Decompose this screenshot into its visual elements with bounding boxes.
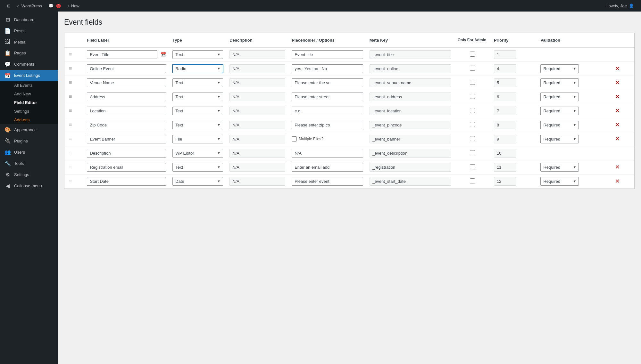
- sidebar-item-pages[interactable]: 📋 Pages: [0, 47, 58, 59]
- delete-row-button[interactable]: ✕: [613, 107, 622, 114]
- priority-input[interactable]: [494, 163, 516, 172]
- adminbar-site-name[interactable]: ⌂ WordPress: [14, 0, 45, 12]
- field-label-input[interactable]: [87, 177, 166, 186]
- type-select[interactable]: TextRadioCheckboxSelectFileWP EditorDate…: [172, 50, 223, 59]
- adminbar-new[interactable]: + New: [64, 0, 82, 12]
- priority-input[interactable]: [494, 121, 516, 129]
- adminbar-user[interactable]: Howdy, Joe 👤: [602, 0, 637, 12]
- admin-only-checkbox[interactable]: [470, 164, 475, 169]
- description-input[interactable]: [229, 163, 285, 172]
- field-label-input[interactable]: [87, 93, 166, 101]
- priority-input[interactable]: [494, 149, 516, 158]
- description-input[interactable]: [229, 64, 285, 73]
- type-select[interactable]: TextRadioCheckboxSelectFileWP EditorDate…: [172, 163, 223, 172]
- priority-input[interactable]: [494, 78, 516, 87]
- drag-handle[interactable]: ≡: [68, 164, 73, 170]
- delete-row-button[interactable]: ✕: [613, 65, 622, 72]
- sidebar-item-posts[interactable]: 📄 Posts: [0, 25, 58, 36]
- drag-handle[interactable]: ≡: [68, 66, 73, 71]
- description-input[interactable]: [229, 177, 285, 186]
- drag-handle[interactable]: ≡: [68, 122, 73, 127]
- validation-select[interactable]: RequiredNot RequiredEmailURLNumber: [540, 78, 579, 87]
- placeholder-input[interactable]: [292, 163, 363, 172]
- admin-only-checkbox[interactable]: [470, 136, 475, 141]
- drag-handle[interactable]: ≡: [68, 52, 73, 57]
- priority-input[interactable]: [494, 107, 516, 115]
- delete-row-button[interactable]: ✕: [613, 164, 622, 171]
- field-label-input[interactable]: [87, 163, 166, 172]
- placeholder-input[interactable]: [292, 149, 363, 158]
- description-input[interactable]: [229, 149, 285, 158]
- admin-only-checkbox[interactable]: [470, 122, 475, 127]
- admin-only-checkbox[interactable]: [470, 52, 475, 57]
- meta-key-input[interactable]: [370, 78, 451, 87]
- description-input[interactable]: [229, 135, 285, 143]
- meta-key-input[interactable]: [370, 177, 451, 186]
- admin-only-checkbox[interactable]: [470, 150, 475, 155]
- meta-key-input[interactable]: [370, 121, 451, 129]
- drag-handle[interactable]: ≡: [68, 178, 73, 184]
- delete-row-button[interactable]: ✕: [613, 178, 622, 185]
- meta-key-input[interactable]: [370, 163, 451, 172]
- delete-row-button[interactable]: ✕: [613, 121, 622, 128]
- delete-row-button[interactable]: ✕: [613, 79, 622, 86]
- placeholder-input[interactable]: [292, 78, 363, 87]
- placeholder-input[interactable]: [292, 107, 363, 115]
- sidebar-item-users[interactable]: 👥 Users: [0, 147, 58, 158]
- description-input[interactable]: [229, 121, 285, 129]
- field-label-input[interactable]: [87, 50, 157, 59]
- validation-select[interactable]: RequiredNot RequiredEmailURLNumber: [540, 135, 579, 143]
- drag-handle[interactable]: ≡: [68, 108, 73, 113]
- validation-select[interactable]: RequiredNot RequiredEmailURLNumber: [540, 163, 579, 172]
- type-select[interactable]: TextRadioCheckboxSelectFileWP EditorDate…: [172, 149, 223, 158]
- type-select[interactable]: TextRadioCheckboxSelectFileWP EditorDate…: [172, 135, 223, 143]
- meta-key-input[interactable]: [370, 149, 451, 158]
- placeholder-input[interactable]: [292, 93, 363, 101]
- priority-input[interactable]: [494, 135, 516, 143]
- sidebar-item-comments[interactable]: 💬 Comments: [0, 59, 58, 70]
- description-input[interactable]: [229, 107, 285, 115]
- sidebar-item-settings[interactable]: Settings: [0, 107, 58, 116]
- sidebar-item-appearance[interactable]: 🎨 Appearance: [0, 124, 58, 135]
- placeholder-input[interactable]: [292, 121, 363, 129]
- multiple-files-checkbox[interactable]: [292, 136, 297, 142]
- meta-key-input[interactable]: [370, 107, 451, 115]
- sidebar-item-addons[interactable]: Add-ons: [0, 116, 58, 124]
- type-select[interactable]: TextRadioCheckboxSelectFileWP EditorDate…: [172, 177, 223, 186]
- sidebar-item-add-new[interactable]: Add New: [0, 90, 58, 98]
- field-label-input[interactable]: [87, 121, 166, 129]
- drag-handle[interactable]: ≡: [68, 94, 73, 99]
- sidebar-item-event-listings[interactable]: 📅 Event Listings: [0, 70, 58, 81]
- admin-only-checkbox[interactable]: [470, 66, 475, 71]
- priority-input[interactable]: [494, 64, 516, 73]
- field-label-input[interactable]: [87, 149, 166, 158]
- field-label-input[interactable]: [87, 107, 166, 115]
- sidebar-item-tools[interactable]: 🔧 Tools: [0, 158, 58, 169]
- delete-row-button[interactable]: ✕: [613, 135, 622, 142]
- placeholder-input[interactable]: [292, 50, 363, 59]
- type-select[interactable]: TextRadioCheckboxSelectFileWP EditorDate…: [172, 78, 223, 87]
- description-input[interactable]: [229, 50, 285, 59]
- adminbar-wp-logo[interactable]: ⊞: [4, 0, 14, 12]
- validation-select[interactable]: RequiredNot RequiredEmailURLNumber: [540, 64, 579, 73]
- validation-select[interactable]: RequiredNot RequiredEmailURLNumber: [540, 177, 579, 186]
- sidebar-item-collapse[interactable]: ◀ Collapse menu: [0, 180, 58, 191]
- sidebar-item-field-editor[interactable]: Field Editor: [0, 98, 58, 107]
- priority-input[interactable]: [494, 93, 516, 101]
- type-select[interactable]: TextRadioCheckboxSelectFileWP EditorDate…: [172, 64, 223, 73]
- type-select[interactable]: TextRadioCheckboxSelectFileWP EditorDate…: [172, 107, 223, 115]
- field-label-input[interactable]: [87, 135, 166, 143]
- validation-select[interactable]: RequiredNot RequiredEmailURLNumber: [540, 121, 579, 129]
- delete-row-button[interactable]: ✕: [613, 93, 622, 100]
- sidebar-item-all-events[interactable]: All Events: [0, 81, 58, 90]
- sidebar-item-settings-main[interactable]: ⚙ Settings: [0, 169, 58, 180]
- sidebar-item-media[interactable]: 🖼 Media: [0, 36, 58, 47]
- placeholder-input[interactable]: [292, 177, 363, 186]
- adminbar-comments[interactable]: 💬 0: [45, 0, 64, 12]
- validation-select[interactable]: RequiredNot RequiredEmailURLNumber: [540, 107, 579, 115]
- sidebar-item-dashboard[interactable]: ⊞ Dashboard: [0, 14, 58, 25]
- description-input[interactable]: [229, 93, 285, 101]
- field-label-input[interactable]: [87, 78, 166, 87]
- sidebar-item-plugins[interactable]: 🔌 Plugins: [0, 135, 58, 147]
- meta-key-input[interactable]: [370, 135, 451, 143]
